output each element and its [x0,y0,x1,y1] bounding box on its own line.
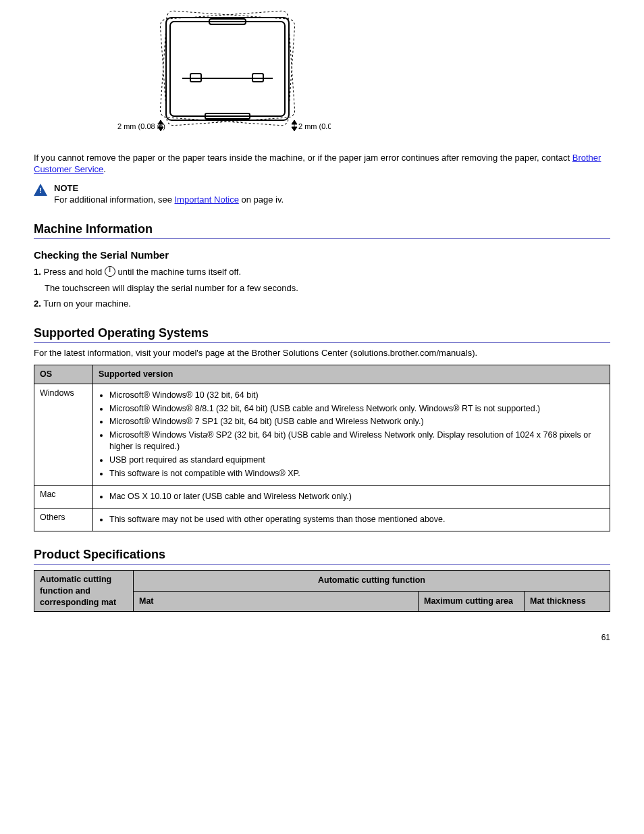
table-row: Windows Microsoft® Windows® 10 (32 bit, … [34,384,610,485]
svg-rect-1 [160,11,296,126]
page-number: 61 [34,632,610,643]
warning-icon [34,184,47,199]
spec-h-thickness: Mat thickness [525,591,610,612]
th-version: Supported version [93,365,610,384]
fig-right-label: 2 mm (0.08 in) [298,122,331,130]
note-text: For additional information, see Importan… [54,194,284,206]
table-row: Mac Mac OS X 10.10 or later (USB cable a… [34,485,610,508]
svg-marker-14 [292,127,297,131]
note-label: NOTE [54,182,284,194]
svg-marker-13 [292,120,297,124]
skew-correction-figure: 2 mm (0.08 in) 2 mm (0.08 in) [115,5,610,141]
spec-h-max-area: Maximum cutting area [419,591,525,612]
supported-os-table: OS Supported version Windows Microsoft® … [34,365,610,531]
step-1: 1. Press and hold until the machine turn… [34,266,610,278]
step-1-result: The touchscreen will display the serial … [45,282,610,294]
heading-serial-number: Checking the Serial Number [34,249,610,262]
supported-os-intro: For the latest information, visit your m… [34,347,610,359]
svg-rect-0 [160,11,296,126]
heading-machine-information: Machine Information [34,221,610,239]
svg-rect-2 [166,18,289,120]
spec-h-mat: Mat [134,591,419,612]
fig-left-label: 2 mm (0.08 in) [117,122,165,130]
heading-product-specs: Product Specifications [34,546,610,565]
power-icon [105,266,115,277]
spec-top-header: Automatic cutting function [134,570,610,591]
table-row: Others This software may not be used wit… [34,508,610,531]
th-os: OS [34,365,93,384]
heading-supported-os: Supported Operating Systems [34,325,610,343]
svg-rect-3 [170,22,285,116]
jam-contact-paragraph: If you cannot remove the paper or the pa… [34,152,610,176]
product-specs-table: Automatic cutting function and correspon… [34,570,610,613]
link-important-notice[interactable]: Important Notice [174,194,238,205]
spec-row-label: Automatic cutting function and correspon… [34,570,134,612]
step-2: 2. Turn on your machine. [34,298,610,310]
